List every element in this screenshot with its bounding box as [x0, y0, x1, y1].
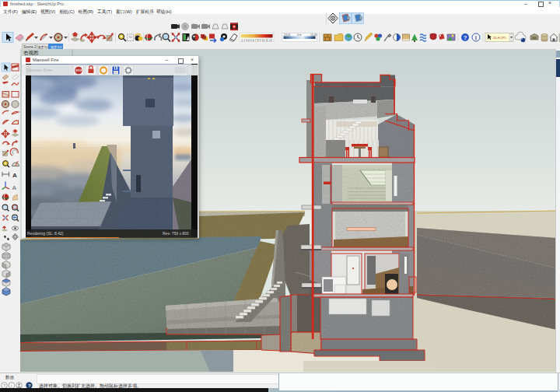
svg-text:右视图: 右视图 [23, 50, 39, 56]
svg-text:1 2 3 4 5 6 7 8 9 10 11 12: 1 2 3 4 5 6 7 8 9 10 11 12 [241, 39, 272, 42]
svg-text:A: A [12, 184, 17, 191]
svg-text:?: ? [464, 35, 467, 40]
svg-text:License: Free: License: Free [26, 68, 52, 72]
svg-text:30-H-2PL: 30-H-2PL [493, 36, 507, 40]
svg-text:Res: 759 x 800: Res: 759 x 800 [163, 231, 189, 236]
svg-text:STOP: STOP [75, 69, 82, 72]
svg-text:23.42: 23.42 [284, 33, 291, 37]
svg-text:A: A [12, 172, 17, 179]
svg-text:0 m: 0 m [297, 33, 302, 37]
svg-text:10.00: 10.00 [310, 33, 317, 37]
svg-text:Rendering (SL: 8.42): Rendering (SL: 8.42) [27, 231, 64, 236]
svg-text:i: i [475, 34, 477, 41]
